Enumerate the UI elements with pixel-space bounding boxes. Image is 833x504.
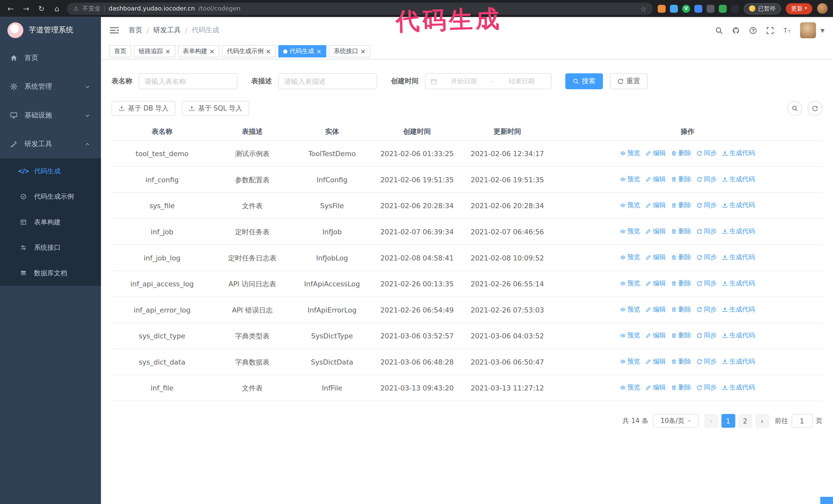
generate-code-link[interactable]: 生成代码 — [722, 304, 755, 315]
tab-system-api[interactable]: 系统接口× — [329, 45, 371, 57]
sidebar-item-home[interactable]: 首页 — [0, 44, 101, 72]
delete-link[interactable]: 删除 — [671, 226, 691, 237]
generate-code-link[interactable]: 生成代码 — [722, 356, 755, 367]
sidebar-subitem-db-doc[interactable]: 数据库文档 — [0, 261, 101, 286]
extension-icon-7[interactable] — [731, 5, 739, 13]
generate-code-link[interactable]: 生成代码 — [722, 278, 755, 289]
reload-icon[interactable]: ↻ — [36, 3, 47, 14]
sidebar-item-devtools[interactable]: 研发工具 — [0, 130, 101, 159]
sync-link[interactable]: 同步 — [696, 174, 717, 185]
extension-icon-2[interactable] — [670, 5, 678, 13]
tab-codegen-example[interactable]: 代码生成示例× — [222, 45, 276, 57]
edit-link[interactable]: 编辑 — [645, 174, 666, 185]
update-button[interactable]: 更新 ▾ — [786, 3, 812, 14]
caret-down-icon[interactable]: ▾ — [820, 26, 825, 34]
sync-link[interactable]: 同步 — [696, 382, 717, 393]
paused-badge[interactable]: 已暂停 — [744, 3, 781, 14]
sidebar-item-system-manage[interactable]: 系统管理 — [0, 72, 101, 101]
preview-link[interactable]: 预览 — [620, 382, 640, 393]
sync-link[interactable]: 同步 — [696, 252, 717, 263]
preview-link[interactable]: 预览 — [620, 200, 640, 211]
sync-link[interactable]: 同步 — [696, 226, 717, 237]
delete-link[interactable]: 删除 — [671, 252, 691, 263]
table-desc-input[interactable] — [278, 73, 377, 89]
edit-link[interactable]: 编辑 — [645, 200, 666, 211]
edit-link[interactable]: 编辑 — [645, 278, 666, 289]
bookmark-star-icon[interactable]: ☆ — [640, 5, 646, 12]
breadcrumb-devtools[interactable]: 研发工具 — [153, 25, 181, 35]
sync-link[interactable]: 同步 — [696, 330, 717, 341]
page-button-2[interactable]: 2 — [738, 414, 752, 428]
import-sql-button[interactable]: 基于 SQL 导入 — [182, 101, 249, 116]
edit-link[interactable]: 编辑 — [645, 330, 666, 341]
preview-link[interactable]: 预览 — [620, 252, 640, 263]
tab-form-build[interactable]: 表单构建× — [178, 45, 219, 57]
next-page-button[interactable]: › — [755, 414, 769, 428]
delete-link[interactable]: 删除 — [671, 304, 691, 315]
edit-link[interactable]: 编辑 — [645, 252, 666, 263]
delete-link[interactable]: 删除 — [671, 356, 691, 367]
breadcrumb-home[interactable]: 首页 — [129, 25, 143, 35]
delete-link[interactable]: 删除 — [671, 174, 691, 185]
forward-icon[interactable]: → — [21, 3, 31, 14]
close-icon[interactable]: × — [316, 48, 322, 55]
edit-link[interactable]: 编辑 — [645, 356, 666, 367]
user-avatar[interactable] — [800, 22, 816, 38]
fontsize-icon[interactable]: TT — [783, 26, 791, 34]
generate-code-link[interactable]: 生成代码 — [722, 226, 755, 237]
toggle-search-button[interactable] — [787, 101, 802, 116]
delete-link[interactable]: 删除 — [671, 278, 691, 289]
sync-link[interactable]: 同步 — [696, 148, 717, 159]
url-bar[interactable]: ⚠ 不安全 dashboard.yudao.iocoder.cn /tool/c… — [67, 2, 653, 15]
help-icon[interactable] — [749, 26, 757, 34]
goto-page-input[interactable] — [791, 414, 812, 428]
sync-link[interactable]: 同步 — [696, 356, 717, 367]
github-icon[interactable] — [732, 26, 740, 34]
tab-tracer[interactable]: 链路追踪× — [134, 45, 175, 57]
delete-link[interactable]: 删除 — [671, 330, 691, 341]
generate-code-link[interactable]: 生成代码 — [722, 200, 755, 211]
extension-icon-6[interactable] — [719, 5, 727, 13]
search-icon[interactable] — [715, 26, 723, 34]
sidebar-subitem-codegen[interactable]: </>代码生成 — [0, 159, 101, 184]
extension-icon-3[interactable]: V — [682, 5, 690, 13]
close-icon[interactable]: × — [165, 48, 171, 55]
generate-code-link[interactable]: 生成代码 — [722, 382, 755, 393]
generate-code-link[interactable]: 生成代码 — [722, 252, 755, 263]
edit-link[interactable]: 编辑 — [645, 382, 666, 393]
search-button[interactable]: 搜索 — [565, 73, 603, 89]
prev-page-button[interactable]: ‹ — [704, 414, 718, 428]
edit-link[interactable]: 编辑 — [645, 148, 666, 159]
preview-link[interactable]: 预览 — [620, 356, 640, 367]
reset-button[interactable]: 重置 — [610, 73, 647, 89]
delete-link[interactable]: 删除 — [671, 148, 691, 159]
preview-link[interactable]: 预览 — [620, 226, 640, 237]
edit-link[interactable]: 编辑 — [645, 304, 666, 315]
app-logo[interactable]: 芋道管理系统 — [0, 17, 101, 44]
sync-link[interactable]: 同步 — [696, 278, 717, 289]
preview-link[interactable]: 预览 — [620, 304, 640, 315]
refresh-table-button[interactable] — [808, 101, 823, 116]
sync-link[interactable]: 同步 — [696, 304, 717, 315]
page-button-1[interactable]: 1 — [721, 414, 735, 428]
import-db-button[interactable]: 基于 DB 导入 — [112, 101, 175, 116]
sidebar-subitem-form-build[interactable]: 表单构建 — [0, 210, 101, 235]
table-name-input[interactable] — [139, 73, 238, 89]
preview-link[interactable]: 预览 — [620, 174, 640, 185]
generate-code-link[interactable]: 生成代码 — [722, 148, 755, 159]
tab-codegen[interactable]: 代码生成× — [278, 45, 326, 57]
edit-link[interactable]: 编辑 — [645, 226, 666, 237]
extension-icon-1[interactable] — [658, 5, 666, 13]
close-icon[interactable]: × — [266, 48, 271, 55]
back-icon[interactable]: ← — [5, 3, 16, 14]
close-icon[interactable]: × — [360, 48, 366, 55]
tab-home[interactable]: 首页 — [110, 45, 131, 57]
generate-code-link[interactable]: 生成代码 — [722, 330, 755, 341]
preview-link[interactable]: 预览 — [620, 330, 640, 341]
generate-code-link[interactable]: 生成代码 — [722, 174, 755, 185]
date-range-picker[interactable]: 开始日期 - 结束日期 — [425, 73, 551, 89]
browser-home-icon[interactable]: ⌂ — [51, 3, 62, 14]
fullscreen-icon[interactable] — [766, 26, 774, 34]
sidebar-toggle-icon[interactable] — [110, 25, 119, 35]
browser-profile-avatar[interactable] — [817, 3, 828, 14]
